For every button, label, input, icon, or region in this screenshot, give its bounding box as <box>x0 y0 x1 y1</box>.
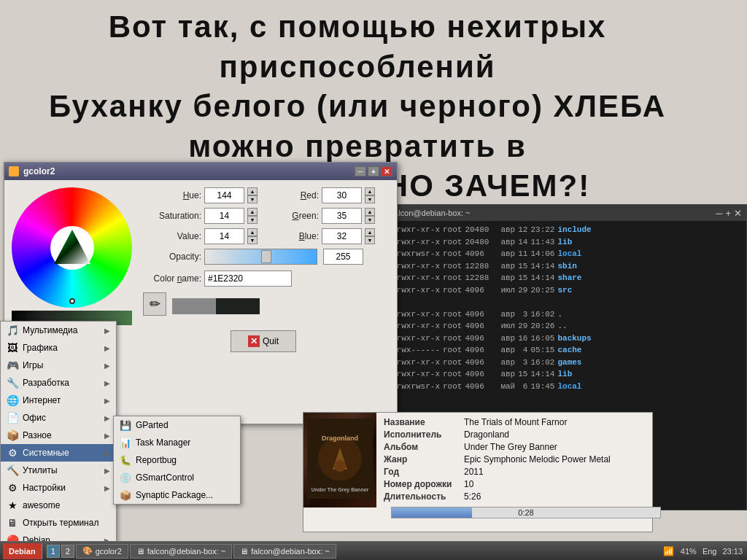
system-tray: 📶 <box>663 545 675 557</box>
menu-item-development[interactable]: 🔧 Разработка ▶ <box>1 374 116 392</box>
saturation-spinner[interactable]: ▲ ▼ <box>247 208 258 224</box>
submenu-item-synaptic[interactable]: 📦 Synaptic Package... <box>114 486 240 504</box>
terminal2-taskbar-button[interactable]: 🖥 falcon@debian-box: ~ <box>233 544 336 559</box>
colorname-input[interactable] <box>204 271 292 287</box>
menu-label-multimedia: Мультимедиа <box>23 325 100 335</box>
saturation-input[interactable] <box>204 208 244 224</box>
year-value: 2011 <box>464 467 484 477</box>
gcolor2-taskbar-button[interactable]: 🎨 gcolor2 <box>76 544 128 559</box>
submenu-item-gsmartcontrol[interactable]: 💿 GSmartControl <box>114 469 240 486</box>
gcolor2-minimize-button[interactable]: ─ <box>355 166 366 176</box>
battery-indicator: 41% <box>681 547 697 556</box>
menu-item-multimedia[interactable]: 🎵 Мультимедиа ▶ <box>1 322 116 339</box>
value-input[interactable] <box>204 228 244 244</box>
opacity-slider[interactable] <box>204 249 317 265</box>
menu-item-system[interactable]: ⚙ Системные ▶ <box>1 444 116 462</box>
menu-label-system: Системные <box>23 448 100 458</box>
submenu-item-reportbug[interactable]: 🐛 Reportbug <box>114 451 240 469</box>
blue-down-button[interactable]: ▼ <box>365 236 375 244</box>
hue-spinner[interactable]: ▲ ▼ <box>247 187 258 203</box>
language-indicator: Eng <box>703 547 717 556</box>
graphics-arrow-icon: ▶ <box>104 344 110 352</box>
terminal-maximize-icon[interactable]: + <box>725 208 731 219</box>
menu-item-misc[interactable]: 📦 Разное ▶ <box>1 427 116 444</box>
red-label: Red: <box>260 190 319 201</box>
gparted-label: GParted <box>136 420 169 430</box>
opacity-input[interactable] <box>323 249 363 265</box>
submenu-item-taskmanager[interactable]: 📊 Task Manager <box>114 434 240 451</box>
menu-item-awesome[interactable]: ★ awesome <box>1 497 116 514</box>
menu-item-settings[interactable]: ⚙ Настройки ▶ <box>1 479 116 497</box>
menu-label-games: Игры <box>23 360 100 370</box>
terminal1-taskbar-button[interactable]: 🖥 falcon@debian-box: ~ <box>130 544 233 559</box>
graphics-icon: 🖼 <box>7 342 18 354</box>
clock: 23:13 <box>722 547 743 556</box>
red-input[interactable] <box>322 187 362 203</box>
value-spinner[interactable]: ▲ ▼ <box>247 228 258 244</box>
quit-label: Quit <box>263 336 279 346</box>
taskbar: Debian 1 2 🎨 gcolor2 🖥 falcon@debian-box… <box>0 541 747 560</box>
svg-text:Under The Grey Banner: Under The Grey Banner <box>311 487 369 493</box>
hue-input[interactable]: 144 <box>204 187 244 203</box>
quit-button[interactable]: ✕ Quit <box>231 330 296 352</box>
workspace-2-button[interactable]: 2 <box>61 545 74 558</box>
debian-menu-button[interactable]: Debian <box>3 543 42 559</box>
terminal2-task-icon: 🖥 <box>240 547 248 556</box>
menu-item-graphics[interactable]: 🖼 Графика ▶ <box>1 339 116 357</box>
green-spinner[interactable]: ▲ ▼ <box>365 208 375 224</box>
gcolor2-controls: Hue: 144 ▲ ▼ Red: ▲ ▼ Saturation: ▲ <box>143 187 390 352</box>
red-up-button[interactable]: ▲ <box>365 187 375 195</box>
terminal1-task-label: falcon@debian-box: ~ <box>147 547 226 556</box>
menu-item-office[interactable]: 📄 Офис ▶ <box>1 409 116 427</box>
menu-label-internet: Интернет <box>23 395 100 405</box>
hue-down-button[interactable]: ▼ <box>247 195 258 203</box>
menu-item-games[interactable]: 🎮 Игры ▶ <box>1 357 116 374</box>
menu-item-internet[interactable]: 🌐 Интернет ▶ <box>1 392 116 409</box>
duration-value: 5:26 <box>464 491 481 502</box>
opacity-slider-thumb[interactable] <box>261 250 271 263</box>
val-down-button[interactable]: ▼ <box>247 236 258 244</box>
sat-up-button[interactable]: ▲ <box>247 208 258 216</box>
office-arrow-icon: ▶ <box>104 414 110 422</box>
hue-up-button[interactable]: ▲ <box>247 187 258 195</box>
network-tray-icon[interactable]: 📶 <box>663 545 675 557</box>
menu-label-misc: Разное <box>23 430 100 440</box>
saturation-label: Saturation: <box>143 211 201 221</box>
quit-x-icon: ✕ <box>248 335 260 347</box>
utilities-icon: 🔨 <box>7 464 18 476</box>
color-wheel-inner <box>50 226 94 270</box>
terminal-minimize-icon[interactable]: ─ <box>716 208 722 219</box>
progress-bar[interactable]: 0:28 <box>391 507 661 518</box>
blue-spinner[interactable]: ▲ ▼ <box>365 228 375 244</box>
color-wheel-container[interactable] <box>12 187 136 311</box>
green-down-button[interactable]: ▼ <box>365 216 375 224</box>
color-wheel[interactable] <box>12 187 132 308</box>
menu-item-open-terminal[interactable]: 🖥 Открыть терминал <box>1 514 116 532</box>
progress-time: 0:28 <box>392 508 660 518</box>
workspace-1-button[interactable]: 1 <box>47 545 60 558</box>
blue-input[interactable] <box>322 228 362 244</box>
blue-up-button[interactable]: ▲ <box>365 228 375 236</box>
sat-down-button[interactable]: ▼ <box>247 216 258 224</box>
settings-arrow-icon: ▶ <box>104 484 110 492</box>
taskbar-right: 📶 41% Eng 23:13 <box>659 545 747 557</box>
red-down-button[interactable]: ▼ <box>365 195 375 203</box>
red-spinner[interactable]: ▲ ▼ <box>365 187 375 203</box>
gcolor2-maximize-button[interactable]: + <box>368 166 379 176</box>
green-up-button[interactable]: ▲ <box>365 208 375 216</box>
reportbug-label: Reportbug <box>136 455 177 465</box>
gcolor2-close-button[interactable]: ✕ <box>381 166 392 176</box>
green-input[interactable] <box>322 208 362 224</box>
menu-item-utilities[interactable]: 🔨 Утилиты ▶ <box>1 462 116 479</box>
track-label: Номер дорожки <box>384 479 464 489</box>
reportbug-icon: 🐛 <box>120 454 131 466</box>
terminal-close-icon[interactable]: ✕ <box>734 208 742 219</box>
color-selector-dot[interactable] <box>69 298 75 304</box>
gparted-icon: 💾 <box>120 419 131 431</box>
val-up-button[interactable]: ▲ <box>247 228 258 236</box>
gsmartcontrol-label: GSmartControl <box>136 472 194 483</box>
submenu-item-gparted[interactable]: 💾 GParted <box>114 416 240 434</box>
opacity-label: Opacity: <box>143 252 201 262</box>
pencil-button[interactable]: ✏ <box>143 292 166 316</box>
terminal1-task-icon: 🖥 <box>136 547 144 556</box>
